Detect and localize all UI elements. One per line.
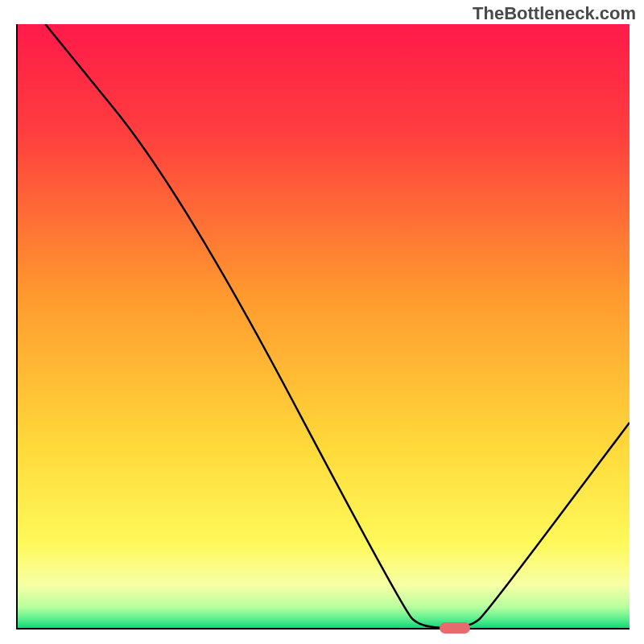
chart-background-gradient bbox=[18, 24, 630, 628]
optimal-marker bbox=[440, 622, 470, 634]
watermark-label: TheBottleneck.com bbox=[473, 3, 636, 24]
svg-rect-0 bbox=[18, 24, 630, 628]
chart-area bbox=[16, 24, 630, 630]
